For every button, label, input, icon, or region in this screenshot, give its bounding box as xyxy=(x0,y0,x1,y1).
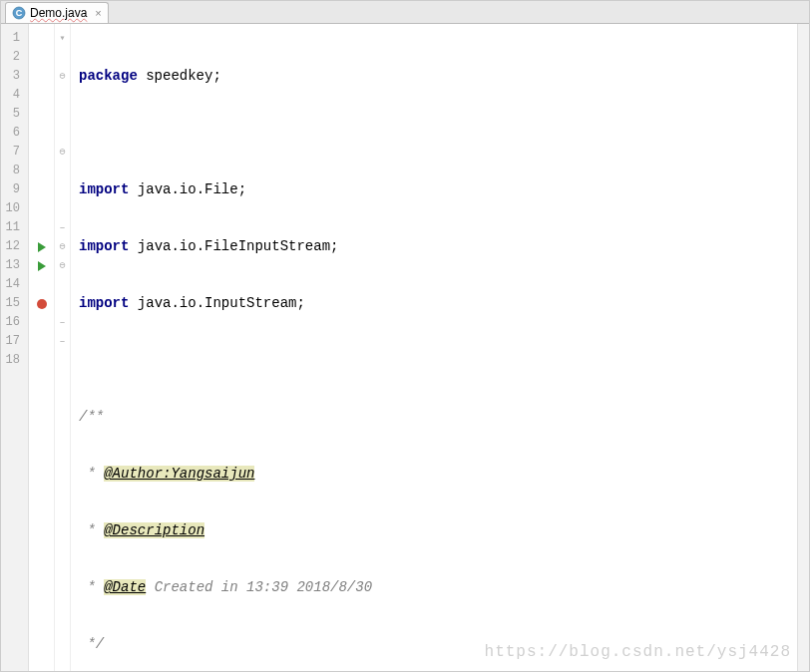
error-stripe[interactable] xyxy=(797,24,809,671)
icon-gutter xyxy=(29,24,55,671)
tab-bar: C Demo.java × xyxy=(1,1,809,24)
error-bulb-icon[interactable] xyxy=(29,294,54,313)
tab-filename: Demo.java xyxy=(30,6,87,20)
close-icon[interactable]: × xyxy=(95,7,101,19)
file-tab[interactable]: C Demo.java × xyxy=(5,2,109,23)
fold-toggle[interactable]: ⊖ xyxy=(55,67,70,86)
svg-text:C: C xyxy=(16,8,23,18)
fold-toggle[interactable]: ⊖ xyxy=(55,256,70,275)
class-file-icon: C xyxy=(12,6,26,20)
fold-gutter: ▾ ⊖ ⊖ – ⊖ ⊖ – – xyxy=(55,24,71,671)
editor[interactable]: 1 2 3 4 5 6 7 8 9 10 11 12 13 14 15 16 1… xyxy=(1,24,809,671)
fold-end: – xyxy=(55,218,70,237)
run-main-icon[interactable] xyxy=(29,256,54,275)
fold-toggle[interactable]: ⊖ xyxy=(55,237,70,256)
watermark: https://blog.csdn.net/ysj4428 xyxy=(485,643,791,661)
fold-end: – xyxy=(55,332,70,351)
run-class-icon[interactable] xyxy=(29,237,54,256)
code-area[interactable]: package speedkey; import java.io.File; i… xyxy=(71,24,797,671)
line-number-gutter: 1 2 3 4 5 6 7 8 9 10 11 12 13 14 15 16 1… xyxy=(1,24,29,671)
fold-toggle[interactable]: ▾ xyxy=(55,29,70,48)
fold-end: – xyxy=(55,313,70,332)
fold-toggle[interactable]: ⊖ xyxy=(55,143,70,162)
